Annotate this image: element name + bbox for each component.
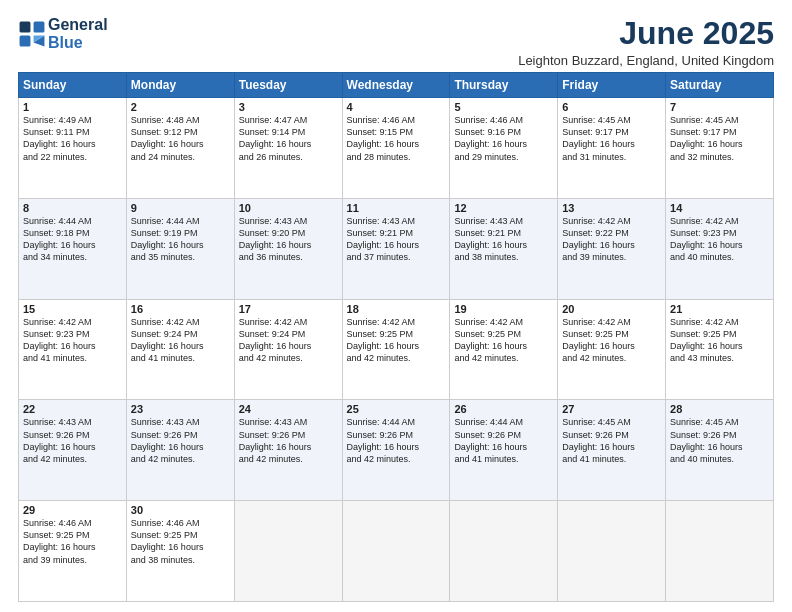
calendar-cell [558,501,666,602]
day-number: 30 [131,504,230,516]
logo-icon [18,20,46,48]
week-row-2: 8Sunrise: 4:44 AM Sunset: 9:18 PM Daylig… [19,198,774,299]
day-number: 9 [131,202,230,214]
calendar-cell: 13Sunrise: 4:42 AM Sunset: 9:22 PM Dayli… [558,198,666,299]
day-number: 13 [562,202,661,214]
calendar-cell: 5Sunrise: 4:46 AM Sunset: 9:16 PM Daylig… [450,98,558,199]
page: General Blue June 2025 Leighton Buzzard,… [0,0,792,612]
day-info: Sunrise: 4:43 AM Sunset: 9:26 PM Dayligh… [23,416,122,465]
day-info: Sunrise: 4:43 AM Sunset: 9:21 PM Dayligh… [454,215,553,264]
weekday-header-thursday: Thursday [450,73,558,98]
day-number: 15 [23,303,122,315]
week-row-1: 1Sunrise: 4:49 AM Sunset: 9:11 PM Daylig… [19,98,774,199]
day-number: 12 [454,202,553,214]
weekday-header-friday: Friday [558,73,666,98]
day-number: 27 [562,403,661,415]
calendar-cell: 24Sunrise: 4:43 AM Sunset: 9:26 PM Dayli… [234,400,342,501]
calendar-cell: 3Sunrise: 4:47 AM Sunset: 9:14 PM Daylig… [234,98,342,199]
day-number: 24 [239,403,338,415]
day-number: 21 [670,303,769,315]
day-info: Sunrise: 4:46 AM Sunset: 9:16 PM Dayligh… [454,114,553,163]
calendar-cell: 18Sunrise: 4:42 AM Sunset: 9:25 PM Dayli… [342,299,450,400]
calendar-cell: 23Sunrise: 4:43 AM Sunset: 9:26 PM Dayli… [126,400,234,501]
day-info: Sunrise: 4:42 AM Sunset: 9:22 PM Dayligh… [562,215,661,264]
day-info: Sunrise: 4:42 AM Sunset: 9:25 PM Dayligh… [347,316,446,365]
calendar-cell [342,501,450,602]
day-info: Sunrise: 4:44 AM Sunset: 9:26 PM Dayligh… [454,416,553,465]
calendar-cell: 20Sunrise: 4:42 AM Sunset: 9:25 PM Dayli… [558,299,666,400]
day-info: Sunrise: 4:48 AM Sunset: 9:12 PM Dayligh… [131,114,230,163]
day-number: 6 [562,101,661,113]
day-info: Sunrise: 4:42 AM Sunset: 9:25 PM Dayligh… [670,316,769,365]
weekday-header-monday: Monday [126,73,234,98]
day-info: Sunrise: 4:45 AM Sunset: 9:17 PM Dayligh… [562,114,661,163]
day-number: 14 [670,202,769,214]
day-number: 4 [347,101,446,113]
day-number: 2 [131,101,230,113]
day-info: Sunrise: 4:44 AM Sunset: 9:26 PM Dayligh… [347,416,446,465]
day-number: 26 [454,403,553,415]
day-info: Sunrise: 4:47 AM Sunset: 9:14 PM Dayligh… [239,114,338,163]
calendar-cell: 28Sunrise: 4:45 AM Sunset: 9:26 PM Dayli… [666,400,774,501]
day-number: 19 [454,303,553,315]
title-block: June 2025 Leighton Buzzard, England, Uni… [518,16,774,68]
svg-rect-2 [20,35,31,46]
calendar-cell: 14Sunrise: 4:42 AM Sunset: 9:23 PM Dayli… [666,198,774,299]
calendar-cell: 25Sunrise: 4:44 AM Sunset: 9:26 PM Dayli… [342,400,450,501]
day-number: 10 [239,202,338,214]
logo-text: General Blue [48,16,108,51]
calendar-cell: 21Sunrise: 4:42 AM Sunset: 9:25 PM Dayli… [666,299,774,400]
day-info: Sunrise: 4:43 AM Sunset: 9:26 PM Dayligh… [239,416,338,465]
day-info: Sunrise: 4:45 AM Sunset: 9:17 PM Dayligh… [670,114,769,163]
header: General Blue June 2025 Leighton Buzzard,… [18,16,774,68]
weekday-header-sunday: Sunday [19,73,127,98]
calendar-cell: 27Sunrise: 4:45 AM Sunset: 9:26 PM Dayli… [558,400,666,501]
weekday-header-saturday: Saturday [666,73,774,98]
calendar-cell: 2Sunrise: 4:48 AM Sunset: 9:12 PM Daylig… [126,98,234,199]
calendar-cell: 10Sunrise: 4:43 AM Sunset: 9:20 PM Dayli… [234,198,342,299]
day-info: Sunrise: 4:43 AM Sunset: 9:26 PM Dayligh… [131,416,230,465]
day-info: Sunrise: 4:43 AM Sunset: 9:21 PM Dayligh… [347,215,446,264]
location: Leighton Buzzard, England, United Kingdo… [518,53,774,68]
day-info: Sunrise: 4:42 AM Sunset: 9:23 PM Dayligh… [670,215,769,264]
calendar-cell: 12Sunrise: 4:43 AM Sunset: 9:21 PM Dayli… [450,198,558,299]
calendar-cell: 15Sunrise: 4:42 AM Sunset: 9:23 PM Dayli… [19,299,127,400]
weekday-header-wednesday: Wednesday [342,73,450,98]
calendar-cell: 7Sunrise: 4:45 AM Sunset: 9:17 PM Daylig… [666,98,774,199]
calendar-cell: 1Sunrise: 4:49 AM Sunset: 9:11 PM Daylig… [19,98,127,199]
day-number: 25 [347,403,446,415]
week-row-5: 29Sunrise: 4:46 AM Sunset: 9:25 PM Dayli… [19,501,774,602]
day-number: 8 [23,202,122,214]
calendar-cell: 29Sunrise: 4:46 AM Sunset: 9:25 PM Dayli… [19,501,127,602]
day-number: 18 [347,303,446,315]
calendar-cell: 22Sunrise: 4:43 AM Sunset: 9:26 PM Dayli… [19,400,127,501]
day-number: 16 [131,303,230,315]
calendar-cell: 17Sunrise: 4:42 AM Sunset: 9:24 PM Dayli… [234,299,342,400]
calendar-cell [666,501,774,602]
logo: General Blue [18,16,108,51]
day-number: 28 [670,403,769,415]
day-info: Sunrise: 4:42 AM Sunset: 9:24 PM Dayligh… [131,316,230,365]
day-info: Sunrise: 4:46 AM Sunset: 9:25 PM Dayligh… [23,517,122,566]
svg-rect-0 [20,21,31,32]
calendar-cell: 11Sunrise: 4:43 AM Sunset: 9:21 PM Dayli… [342,198,450,299]
day-number: 1 [23,101,122,113]
day-info: Sunrise: 4:43 AM Sunset: 9:20 PM Dayligh… [239,215,338,264]
day-info: Sunrise: 4:45 AM Sunset: 9:26 PM Dayligh… [562,416,661,465]
calendar-table: SundayMondayTuesdayWednesdayThursdayFrid… [18,72,774,602]
calendar-cell: 4Sunrise: 4:46 AM Sunset: 9:15 PM Daylig… [342,98,450,199]
day-info: Sunrise: 4:45 AM Sunset: 9:26 PM Dayligh… [670,416,769,465]
calendar-cell: 26Sunrise: 4:44 AM Sunset: 9:26 PM Dayli… [450,400,558,501]
day-number: 3 [239,101,338,113]
day-number: 29 [23,504,122,516]
day-info: Sunrise: 4:42 AM Sunset: 9:23 PM Dayligh… [23,316,122,365]
day-number: 5 [454,101,553,113]
svg-rect-1 [34,21,45,32]
day-info: Sunrise: 4:46 AM Sunset: 9:15 PM Dayligh… [347,114,446,163]
week-row-3: 15Sunrise: 4:42 AM Sunset: 9:23 PM Dayli… [19,299,774,400]
day-number: 17 [239,303,338,315]
calendar-cell: 8Sunrise: 4:44 AM Sunset: 9:18 PM Daylig… [19,198,127,299]
calendar-cell [234,501,342,602]
day-info: Sunrise: 4:49 AM Sunset: 9:11 PM Dayligh… [23,114,122,163]
calendar-cell: 19Sunrise: 4:42 AM Sunset: 9:25 PM Dayli… [450,299,558,400]
